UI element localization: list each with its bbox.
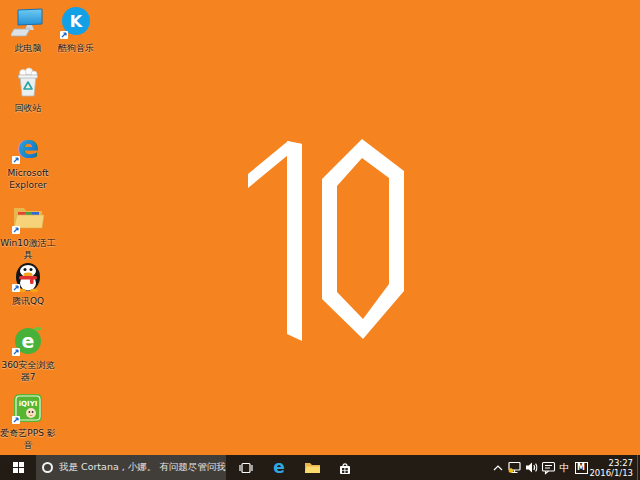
recycle-bin-icon	[11, 66, 45, 100]
search-placeholder-text: 我是 Cortana , 小娜。 有问题尽管问我。	[59, 461, 226, 474]
speaker-icon	[524, 460, 539, 475]
windows-logo-icon	[13, 462, 24, 473]
icon-label: 酷狗音乐	[48, 42, 104, 54]
windows-10-logo	[230, 130, 415, 350]
edge-browser-icon: e	[11, 131, 45, 165]
icon-label: Win10激活工具	[0, 237, 56, 261]
ime-language-button[interactable]: M	[572, 455, 590, 480]
chevron-up-icon	[492, 462, 504, 474]
svg-text:iQIYI: iQIYI	[19, 400, 38, 408]
start-button[interactable]	[0, 455, 36, 480]
ime-badge: M	[575, 462, 588, 474]
cortana-search-box[interactable]: 我是 Cortana , 小娜。 有问题尽管问我。	[36, 455, 226, 480]
action-center-button[interactable]	[540, 455, 557, 480]
kugou-music-icon: K	[59, 6, 93, 40]
desktop-icon-360-browser[interactable]: e 360安全浏览器7	[0, 323, 56, 383]
desktop-surface[interactable]: 此电脑 K 酷狗音乐 回收站 e Microsoft Explo	[0, 0, 640, 480]
task-view-button[interactable]	[230, 455, 262, 480]
svg-text:K: K	[70, 12, 83, 31]
this-pc-icon	[11, 6, 45, 40]
icon-label: 回收站	[0, 102, 56, 114]
network-warning-icon	[507, 460, 522, 475]
ime-mode-indicator[interactable]: 中	[557, 455, 572, 480]
store-button[interactable]	[329, 455, 361, 480]
icon-label: 腾讯QQ	[0, 295, 56, 307]
folder-icon	[11, 201, 45, 235]
taskbar-clock[interactable]: 23:27 2016/1/13	[590, 455, 637, 480]
store-icon	[337, 460, 353, 476]
svg-text:e: e	[22, 330, 35, 352]
file-explorer-button[interactable]	[296, 455, 328, 480]
cortana-icon	[42, 462, 53, 473]
action-center-icon	[541, 460, 556, 475]
svg-text:e: e	[17, 131, 39, 165]
iqiyi-pps-icon: iQIYI	[11, 391, 45, 425]
icon-label: Microsoft Explorer	[0, 167, 56, 191]
file-explorer-icon	[304, 460, 321, 476]
desktop-icon-win10-activator[interactable]: Win10激活工具	[0, 201, 56, 261]
icon-label: 360安全浏览器7	[0, 359, 56, 383]
volume-button[interactable]	[523, 455, 540, 480]
desktop-icon-microsoft-explorer[interactable]: e Microsoft Explorer	[0, 131, 56, 191]
edge-taskbar-button[interactable]: e	[263, 455, 295, 480]
network-status-button[interactable]	[506, 455, 523, 480]
desktop-icon-recycle-bin[interactable]: 回收站	[0, 66, 56, 114]
edge-icon: e	[273, 459, 285, 476]
desktop-icon-iqiyi-pps[interactable]: iQIYI 爱奇艺PPS 影音	[0, 391, 56, 451]
360-browser-icon: e	[11, 323, 45, 357]
hidden-icons-button[interactable]	[490, 455, 506, 480]
qq-penguin-icon	[11, 259, 45, 293]
icon-label: 爱奇艺PPS 影音	[0, 427, 56, 451]
desktop-icon-kugou-music[interactable]: K 酷狗音乐	[48, 6, 104, 54]
task-view-icon	[238, 460, 254, 476]
clock-time: 23:27	[609, 458, 634, 468]
clock-date: 2016/1/13	[589, 468, 633, 478]
taskbar: 我是 Cortana , 小娜。 有问题尽管问我。 e	[0, 455, 640, 480]
desktop-icon-tencent-qq[interactable]: 腾讯QQ	[0, 259, 56, 307]
